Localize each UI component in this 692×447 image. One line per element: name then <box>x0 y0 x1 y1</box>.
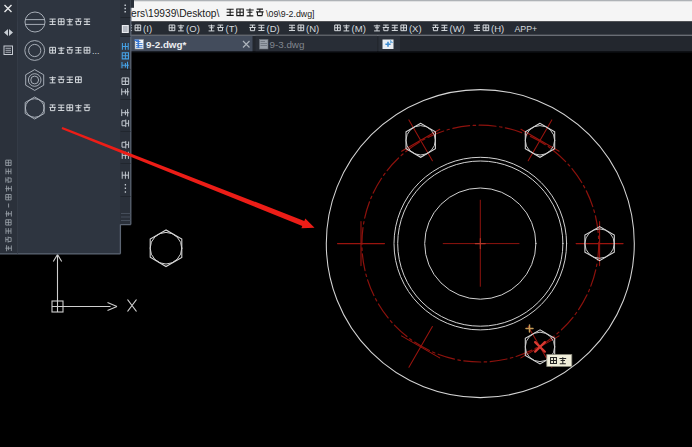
svg-text:9-2.dwg*: 9-2.dwg* <box>146 39 186 50</box>
svg-text:(I): (I) <box>143 23 152 34</box>
svg-text:(N): (N) <box>306 23 319 34</box>
svg-text:ers\19939\Desktop\: ers\19939\Desktop\ <box>131 8 220 19</box>
svg-text:(W): (W) <box>450 23 465 34</box>
svg-text:(T): (T) <box>226 23 238 34</box>
svg-text:(X): (X) <box>409 23 422 34</box>
svg-text:(M): (M) <box>352 23 366 34</box>
svg-text:\09\9-2.dwg]: \09\9-2.dwg] <box>266 9 314 19</box>
svg-text:APP+: APP+ <box>515 24 538 34</box>
svg-text:(H): (H) <box>491 23 504 34</box>
svg-text:...: ... <box>92 46 100 56</box>
svg-text:(D): (D) <box>267 23 280 34</box>
svg-text:9-3.dwg: 9-3.dwg <box>270 39 305 50</box>
svg-text:(O): (O) <box>186 23 200 34</box>
